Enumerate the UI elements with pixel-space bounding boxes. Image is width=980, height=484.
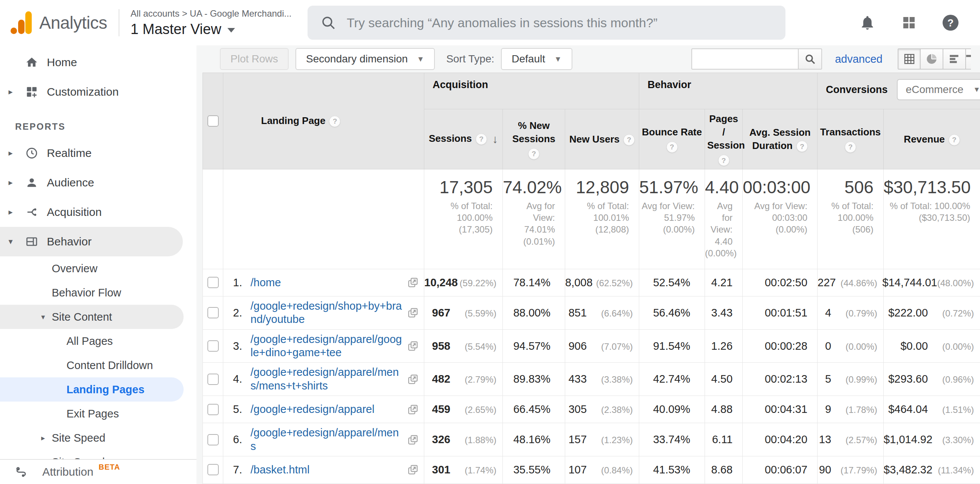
transactions-cell: 4(0.79%) (818, 296, 884, 329)
table-row: 6. /google+redesign/apparel/mens 326(1.8… (203, 423, 980, 457)
landing-page-link[interactable]: /home (250, 276, 404, 289)
column-header-pages-session[interactable]: Pages / Session? (705, 109, 743, 169)
row-checkbox[interactable] (207, 374, 219, 385)
sidebar-item-landing-pages[interactable]: Landing Pages (0, 377, 184, 402)
table-filter-search-button[interactable] (798, 48, 822, 70)
new-users-cell: 157(1.23%) (565, 423, 639, 457)
column-header-transactions[interactable]: Transactions? (818, 109, 884, 169)
row-checkbox-cell (203, 396, 223, 423)
sidebar-item-realtime[interactable]: ▸ Realtime (0, 138, 196, 168)
help-circle-icon[interactable]: ? (796, 141, 808, 152)
help-circle-icon[interactable]: ? (329, 116, 340, 127)
row-checkbox[interactable] (207, 404, 219, 415)
totals-duration: 00:03:00Avg for View: 00:03:00 (0.00%) (743, 169, 818, 269)
row-checkbox[interactable] (207, 434, 219, 446)
secondary-dimension-button[interactable]: Secondary dimension ▼ (296, 48, 435, 70)
help-circle-icon[interactable]: ? (624, 134, 635, 145)
sidebar-item-behavior-flow[interactable]: Behavior Flow (0, 281, 196, 305)
sidebar-item-site-speed[interactable]: ▸ Site Speed (0, 426, 196, 450)
row-checkbox[interactable] (207, 307, 219, 318)
column-header-avg-session-duration[interactable]: Avg. Session Duration? (743, 109, 818, 169)
open-in-new-window-icon[interactable] (407, 307, 418, 318)
new-users-cell: 851(6.64%) (565, 296, 639, 329)
sidebar-item-content-drilldown[interactable]: Content Drilldown (0, 353, 196, 377)
view-toggle-performance[interactable] (943, 48, 966, 70)
help-button[interactable]: ? (942, 14, 959, 32)
help-circle-icon[interactable]: ? (949, 134, 960, 145)
open-in-new-window-icon[interactable] (407, 404, 418, 415)
landing-page-link[interactable]: /google+redesign/apparel/mens (250, 426, 404, 453)
landing-page-link[interactable]: /google+redesign/apparel/google+dino+gam… (250, 333, 404, 359)
view-toggle-percentage[interactable] (920, 48, 943, 70)
advanced-filter-link[interactable]: advanced (835, 53, 883, 65)
row-checkbox[interactable] (207, 464, 219, 475)
help-circle-icon[interactable]: ? (845, 141, 856, 153)
apps-button[interactable] (900, 14, 918, 32)
totals-row: 17,305% of Total: 100.00% (17,305) 74.02… (203, 169, 980, 269)
open-in-new-window-icon[interactable] (407, 340, 418, 351)
search-icon (804, 53, 816, 65)
product-name: Analytics (39, 13, 107, 33)
column-header-new-sessions[interactable]: % New Sessions? (503, 109, 565, 169)
column-header-sessions[interactable]: Sessions?↓ (424, 109, 503, 169)
column-header-revenue[interactable]: Revenue? (884, 109, 980, 169)
landing-page-link[interactable]: /google+redesign/apparel (250, 403, 404, 416)
row-checkbox[interactable] (207, 340, 219, 351)
expand-right-icon: ▸ (0, 433, 52, 442)
analytics-logo[interactable]: Analytics (11, 11, 107, 34)
sidebar-item-attribution[interactable]: Attribution BETA (0, 459, 196, 484)
sidebar-item-site-search[interactable]: ▸ Site Search (0, 450, 196, 459)
apps-grid-icon (901, 15, 916, 30)
pages-session-cell: 1.26 (705, 329, 743, 363)
help-circle-icon[interactable]: ? (528, 148, 539, 160)
sidebar-item-exit-pages[interactable]: Exit Pages (0, 402, 196, 426)
help-circle-icon[interactable]: ? (667, 141, 678, 153)
global-search[interactable] (307, 6, 786, 40)
notifications-button[interactable] (858, 14, 877, 32)
sidebar-item-overview[interactable]: Overview (0, 256, 196, 281)
sidebar-item-acquisition[interactable]: ▸ Acquisition (0, 197, 196, 227)
sidebar-item-audience[interactable]: ▸ Audience (0, 168, 196, 197)
column-header-new-users[interactable]: New Users? (565, 109, 639, 169)
sidebar-item-customization[interactable]: ▸ Customization (0, 77, 196, 107)
landing-page-link[interactable]: /basket.html (250, 463, 404, 476)
plot-rows-button[interactable]: Plot Rows (220, 48, 289, 70)
row-checkbox[interactable] (207, 277, 219, 288)
pages-session-cell: 3.43 (705, 296, 743, 329)
group-header-acquisition: Acquisition (424, 73, 639, 109)
open-in-new-window-icon[interactable] (407, 374, 418, 385)
table-filter-input[interactable] (691, 48, 798, 70)
sort-type-dropdown[interactable]: Default ▼ (501, 48, 572, 70)
sessions-cell: 10,248(59.22%) (424, 269, 503, 296)
expand-right-icon: ▸ (0, 87, 21, 97)
report-area: Plot Rows Secondary dimension ▼ Sort Typ… (196, 45, 980, 484)
search-icon (320, 15, 336, 30)
open-in-new-window-icon[interactable] (407, 464, 418, 475)
open-in-new-window-icon[interactable] (407, 277, 418, 288)
view-toggle-table[interactable] (898, 48, 920, 70)
landing-page-link[interactable]: /google+redesign/apparel/mens/mens+t+shi… (250, 366, 404, 393)
revenue-cell: $0.00(0.00%) (884, 329, 980, 363)
help-circle-icon[interactable]: ? (718, 155, 730, 166)
breadcrumb[interactable]: All accounts > UA - Google Merchandi... (131, 8, 292, 19)
pages-session-cell: 8.68 (705, 456, 743, 483)
conversions-goal-dropdown[interactable]: eCommerce ▼ (897, 79, 980, 100)
column-header-landing-page[interactable]: Landing Page? (223, 73, 424, 169)
sidebar-item-site-content[interactable]: ▾ Site Content (0, 305, 184, 329)
column-header-bounce-rate[interactable]: Bounce Rate? (639, 109, 705, 169)
landing-page-link[interactable]: /google+redesign/shop+by+brand/youtube (250, 299, 404, 326)
comparison-view-icon (966, 53, 971, 65)
sidebar-item-home[interactable]: Home (0, 48, 196, 77)
select-all-checkbox[interactable] (207, 115, 219, 127)
global-search-input[interactable] (347, 16, 773, 30)
help-circle-icon[interactable]: ? (476, 134, 487, 145)
view-selector[interactable]: 1 Master View (131, 21, 292, 37)
pages-session-cell: 4.21 (705, 269, 743, 296)
transactions-cell: 5(0.99%) (818, 363, 884, 396)
sidebar-item-behavior[interactable]: ▾ Behavior (0, 227, 183, 256)
expand-right-icon: ▸ (0, 178, 21, 188)
row-number: 4. (223, 373, 250, 385)
sidebar-item-all-pages[interactable]: All Pages (0, 329, 196, 353)
view-toggle-comparison-partial[interactable] (966, 48, 971, 70)
open-in-new-window-icon[interactable] (407, 434, 418, 446)
